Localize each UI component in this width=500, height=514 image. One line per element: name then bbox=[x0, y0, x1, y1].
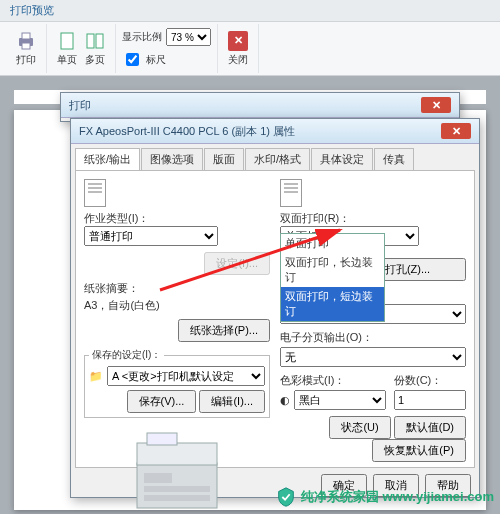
ribbon: 打印 单页 多页 显示比例 73 % 标尺 ✕ 关闭 bbox=[0, 22, 500, 76]
duplex-label: 双面打印(R)： bbox=[280, 212, 350, 224]
multi-page-button[interactable]: 多页 bbox=[85, 31, 105, 67]
status-button[interactable]: 状态(U) bbox=[329, 416, 390, 439]
single-page-button[interactable]: 单页 bbox=[57, 31, 77, 67]
svg-rect-5 bbox=[96, 34, 103, 48]
left-column: 作业类型(I)： 普通打印 设定(I)... 纸张摘要： A3，自动(白色) 纸… bbox=[84, 179, 270, 459]
paper-summary-label: 纸张摘要： bbox=[84, 281, 270, 296]
duplex-option-short-edge[interactable]: 双面打印，短边装订 bbox=[281, 287, 384, 321]
printer-image bbox=[117, 428, 237, 513]
default-button[interactable]: 默认值(D) bbox=[394, 416, 466, 439]
single-page-icon bbox=[57, 31, 77, 51]
watermark-icon bbox=[275, 486, 297, 508]
svg-rect-10 bbox=[144, 486, 210, 492]
saved-settings-label: 保存的设定(I)： bbox=[89, 348, 164, 362]
right-column: 双面打印(R)： 单面打印 单面打印 双面打印，长边装订 双面打印，短边装订 混… bbox=[280, 179, 466, 459]
svg-rect-9 bbox=[144, 473, 172, 483]
tab-body: 作业类型(I)： 普通打印 设定(I)... 纸张摘要： A3，自动(白色) 纸… bbox=[75, 170, 475, 468]
duplex-option-long-edge[interactable]: 双面打印，长边装订 bbox=[281, 253, 384, 287]
multi-page-icon bbox=[85, 31, 105, 51]
tab-image-options[interactable]: 图像选项 bbox=[141, 148, 203, 170]
job-settings-button[interactable]: 设定(I)... bbox=[204, 252, 270, 275]
duplex-option-single[interactable]: 单面打印 bbox=[281, 234, 384, 253]
svg-rect-11 bbox=[144, 495, 210, 501]
ruler-checkbox[interactable] bbox=[126, 53, 139, 66]
props-title: FX ApeosPort-III C4400 PCL 6 (副本 1) 属性 bbox=[79, 124, 295, 139]
print-button[interactable]: 打印 bbox=[16, 31, 36, 67]
restore-default-button[interactable]: 恢复默认值(P) bbox=[372, 439, 466, 462]
close-icon: ✕ bbox=[228, 31, 248, 51]
saved-settings-select[interactable]: A <更改>打印机默认设定 bbox=[107, 366, 265, 386]
printer-icon bbox=[16, 31, 36, 51]
duplex-icon bbox=[280, 179, 302, 207]
paper-select-button[interactable]: 纸张选择(P)... bbox=[178, 319, 270, 342]
ruler-label: 标尺 bbox=[146, 53, 166, 67]
tab-detail-settings[interactable]: 具体设定 bbox=[311, 148, 373, 170]
svg-rect-8 bbox=[147, 433, 177, 445]
close-preview-button[interactable]: ✕ 关闭 bbox=[228, 31, 248, 67]
tab-layout[interactable]: 版面 bbox=[204, 148, 244, 170]
ribbon-tab: 打印预览 bbox=[0, 0, 500, 22]
folder-icon: 📁 bbox=[89, 370, 103, 383]
color-mode-select[interactable]: 黑白 bbox=[294, 390, 386, 410]
print-dialog-close[interactable]: ✕ bbox=[421, 97, 451, 113]
job-type-icon bbox=[84, 179, 106, 207]
epaging-label: 电子分页输出(O)： bbox=[280, 330, 466, 345]
svg-rect-7 bbox=[137, 443, 217, 465]
copies-input[interactable] bbox=[394, 390, 466, 410]
watermark: 纯净系统家园 www.yijiamei.com bbox=[275, 486, 494, 508]
save-button[interactable]: 保存(V)... bbox=[127, 390, 197, 413]
svg-rect-1 bbox=[22, 33, 30, 39]
svg-rect-4 bbox=[87, 34, 94, 48]
props-close-button[interactable]: ✕ bbox=[441, 123, 471, 139]
svg-rect-2 bbox=[22, 43, 30, 49]
tab-paper-output[interactable]: 纸张/输出 bbox=[75, 148, 140, 170]
color-mode-icon: ◐ bbox=[280, 394, 290, 407]
copies-label: 份数(C)： bbox=[394, 373, 466, 388]
saved-settings-group: 保存的设定(I)： 📁 A <更改>打印机默认设定 保存(V)... 编辑(I)… bbox=[84, 348, 270, 418]
tabs: 纸张/输出 图像选项 版面 水印/格式 具体设定 传真 bbox=[71, 144, 479, 170]
svg-rect-3 bbox=[61, 33, 73, 49]
job-type-select[interactable]: 普通打印 bbox=[84, 226, 218, 246]
color-mode-label: 色彩模式(I)： bbox=[280, 373, 386, 388]
tab-watermark-format[interactable]: 水印/格式 bbox=[245, 148, 310, 170]
paper-summary-value: A3，自动(白色) bbox=[84, 298, 270, 313]
print-dialog-title: 打印 bbox=[69, 98, 91, 113]
epaging-select[interactable]: 无 bbox=[280, 347, 466, 367]
printer-properties-dialog: FX ApeosPort-III C4400 PCL 6 (副本 1) 属性 ✕… bbox=[70, 118, 480, 498]
job-type-label: 作业类型(I)： bbox=[84, 212, 149, 224]
duplex-dropdown-open: 单面打印 双面打印，长边装订 双面打印，短边装订 bbox=[280, 233, 385, 322]
tab-fax[interactable]: 传真 bbox=[374, 148, 414, 170]
edit-button[interactable]: 编辑(I)... bbox=[199, 390, 265, 413]
zoom-label: 显示比例 bbox=[122, 30, 162, 44]
zoom-select[interactable]: 73 % bbox=[166, 28, 211, 46]
print-label: 打印 bbox=[16, 53, 36, 67]
svg-rect-6 bbox=[137, 463, 217, 508]
